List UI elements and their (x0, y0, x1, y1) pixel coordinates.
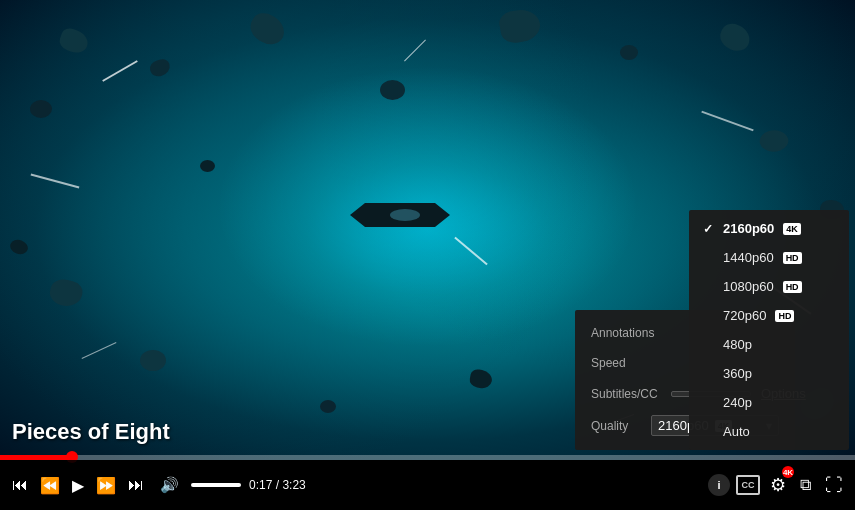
quality-option-720p60[interactable]: 720p60 HD (689, 301, 849, 330)
skip-back-icon: ⏮ (12, 476, 28, 494)
quality-option-label: 1440p60 (723, 250, 774, 265)
skip-back-button[interactable]: ⏮ (8, 472, 32, 498)
quality-option-label: 720p60 (723, 308, 766, 323)
cc-icon: CC (742, 480, 755, 490)
debris-particle (380, 80, 405, 100)
gear-icon: ⚙ (770, 474, 786, 496)
quality-option-240p[interactable]: 240p (689, 388, 849, 417)
subtitles-label: Subtitles/CC (591, 387, 671, 401)
quality-option-1440p60[interactable]: 1440p60 HD (689, 243, 849, 272)
play-icon: ▶ (72, 476, 84, 495)
captions-button[interactable]: CC (736, 475, 760, 495)
subtitles-info-button[interactable]: i (708, 474, 730, 496)
volume-icon: 🔊 (160, 476, 179, 494)
debris-particle (200, 160, 215, 172)
rewind-button[interactable]: ⏪ (36, 472, 64, 499)
miniplayer-button[interactable]: ⧉ (796, 472, 815, 498)
quality-option-label: 240p (723, 395, 752, 410)
time-display: 0:17 / 3:23 (249, 478, 306, 492)
debris-particle (716, 20, 754, 55)
video-title: Pieces of Eight (12, 419, 170, 445)
settings-badge: 4K (782, 466, 794, 478)
fast-forward-button[interactable]: ⏩ (92, 472, 120, 499)
quality-dropdown: ✓ 2160p60 4K 1440p60 HD 1080p60 HD 720p6… (689, 210, 849, 450)
quality-option-label: 360p (723, 366, 752, 381)
quality-option-auto[interactable]: Auto (689, 417, 849, 446)
controls-bar: ⏮ ⏪ ▶ ⏩ ⏭ 🔊 0:17 / 3:23 i (0, 460, 855, 510)
light-streak (82, 342, 117, 359)
debris-particle (8, 237, 30, 256)
debris-particle (469, 368, 494, 390)
quality-label: Quality (591, 419, 651, 433)
light-streak (701, 111, 753, 132)
debris-particle (245, 8, 289, 50)
quality-option-label: 2160p60 (723, 221, 774, 236)
total-time: 3:23 (282, 478, 305, 492)
annotations-label: Annotations (591, 326, 671, 340)
debris-particle (148, 58, 171, 79)
debris-particle (620, 45, 638, 60)
light-streak (102, 60, 138, 82)
light-streak (31, 174, 80, 189)
fast-forward-icon: ⏩ (96, 476, 116, 495)
spaceship-silhouette (340, 195, 460, 235)
settings-button-wrapper: ⚙ 4K (766, 470, 790, 500)
info-icon: i (717, 479, 720, 491)
speed-label: Speed (591, 356, 671, 370)
quality-option-1080p60[interactable]: 1080p60 HD (689, 272, 849, 301)
quality-option-label: 1080p60 (723, 279, 774, 294)
current-time: 0:17 (249, 478, 272, 492)
quality-option-2160p60[interactable]: ✓ 2160p60 4K (689, 214, 849, 243)
debris-particle (140, 350, 166, 371)
light-streak (404, 40, 426, 62)
quality-hd-badge: HD (783, 281, 802, 293)
fullscreen-icon: ⛶ (825, 475, 843, 496)
video-container: Pieces of Eight Annotations Speed Subtit… (0, 0, 855, 510)
skip-forward-icon: ⏭ (128, 476, 144, 494)
skip-forward-button[interactable]: ⏭ (124, 472, 148, 498)
light-streak (454, 237, 487, 266)
debris-particle (47, 276, 85, 309)
right-controls: i CC ⚙ 4K ⧉ ⛶ (708, 470, 847, 500)
quality-option-label: 480p (723, 337, 752, 352)
debris-particle (498, 7, 543, 45)
rewind-icon: ⏪ (40, 476, 60, 495)
quality-option-label: Auto (723, 424, 750, 439)
volume-slider[interactable] (191, 483, 241, 487)
quality-option-360p[interactable]: 360p (689, 359, 849, 388)
debris-particle (757, 126, 791, 156)
quality-hd-badge: HD (775, 310, 794, 322)
quality-hd-badge: HD (783, 252, 802, 264)
play-pause-button[interactable]: ▶ (68, 472, 88, 499)
debris-particle (57, 26, 91, 56)
fullscreen-button[interactable]: ⛶ (821, 471, 847, 500)
quality-4k-badge: 4K (783, 223, 801, 235)
miniplayer-icon: ⧉ (800, 476, 811, 494)
quality-option-480p[interactable]: 480p (689, 330, 849, 359)
volume-button[interactable]: 🔊 (156, 472, 183, 498)
debris-particle (320, 400, 336, 413)
checkmark-icon: ✓ (703, 222, 717, 236)
debris-particle (30, 100, 52, 118)
